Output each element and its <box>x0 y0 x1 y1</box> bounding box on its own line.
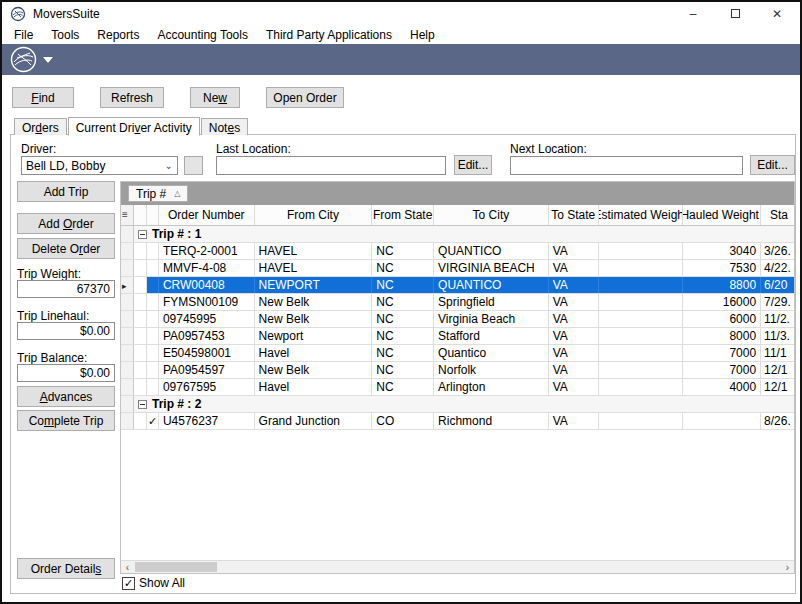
cell-from-state[interactable]: NC <box>372 362 434 378</box>
cell-to-city[interactable]: Stafford <box>434 328 549 344</box>
grid-row[interactable]: 09767595HavelNCArlingtonVA400012/1 <box>121 379 794 396</box>
find-button[interactable]: Find <box>12 87 74 108</box>
advances-button[interactable]: Advances <box>17 386 115 407</box>
cell-from-city[interactable]: Grand Junction <box>255 413 373 429</box>
cell-to-state[interactable]: VA <box>549 345 599 361</box>
cell-to-state[interactable]: VA <box>549 294 599 310</box>
column-header-from-city[interactable]: From City <box>255 205 373 225</box>
cell-start[interactable]: 3/26. <box>761 243 794 259</box>
cell-estimated-weight[interactable] <box>599 260 684 276</box>
tab-orders[interactable]: Orders <box>14 118 67 135</box>
minimize-button[interactable]: – <box>672 2 714 25</box>
trip-linehaul-field[interactable] <box>17 322 115 340</box>
refresh-button[interactable]: Refresh <box>100 87 164 108</box>
cell-to-city[interactable]: QUANTICO <box>434 243 549 259</box>
cell-estimated-weight[interactable] <box>599 328 684 344</box>
grid-row[interactable]: E504598001HavelNCQuanticoVA700011/1 <box>121 345 794 362</box>
show-all-checkbox[interactable]: ✓ Show All <box>122 576 185 590</box>
cell-to-city[interactable]: Virginia Beach <box>434 311 549 327</box>
close-button[interactable]: ✕ <box>756 2 798 25</box>
cell-order-number[interactable]: U4576237 <box>159 413 255 429</box>
cell-hauled-weight[interactable]: 6000 <box>683 311 761 327</box>
cell-hauled-weight[interactable]: 4000 <box>683 379 761 395</box>
cell-estimated-weight[interactable] <box>599 311 684 327</box>
cell-from-city[interactable]: Havel <box>255 379 373 395</box>
new-button[interactable]: New <box>190 87 240 108</box>
cell-estimated-weight[interactable] <box>599 362 684 378</box>
grid-row[interactable]: TERQ-2-0001HAVELNCQUANTICOVA30403/26. <box>121 243 794 260</box>
grid-row[interactable]: MMVF-4-08HAVELNCVIRGINIA BEACHVA75304/22… <box>121 260 794 277</box>
cell-start[interactable]: 6/20 <box>761 277 794 293</box>
group-row[interactable]: Trip # : 1 <box>121 226 794 243</box>
checkbox-box[interactable]: ✓ <box>122 577 135 590</box>
cell-order-number[interactable]: FYMSN00109 <box>159 294 255 310</box>
group-by-pill[interactable]: Trip # △ <box>128 185 188 202</box>
cell-order-number[interactable]: E504598001 <box>159 345 255 361</box>
cell-to-state[interactable]: VA <box>549 328 599 344</box>
cell-order-number[interactable]: 09745995 <box>159 311 255 327</box>
cell-hauled-weight[interactable]: 16000 <box>683 294 761 310</box>
cell-from-city[interactable]: HAVEL <box>255 243 373 259</box>
grid-row[interactable]: FYMSN00109New BelkNCSpringfieldVA160007/… <box>121 294 794 311</box>
edit-next-location-button[interactable]: Edit... <box>750 155 795 175</box>
cell-hauled-weight[interactable]: 7530 <box>683 260 761 276</box>
cell-start[interactable]: 11/1 <box>761 345 794 361</box>
cell-order-number[interactable]: TERQ-2-0001 <box>159 243 255 259</box>
column-header-hauled-weight[interactable]: Hauled Weight <box>683 205 761 225</box>
menu-help[interactable]: Help <box>401 26 444 44</box>
tab-notes[interactable]: Notes <box>201 118 248 135</box>
cell-hauled-weight[interactable]: 7000 <box>683 362 761 378</box>
column-header-order-number[interactable]: Order Number <box>159 205 255 225</box>
cell-from-state[interactable]: NC <box>372 243 434 259</box>
cell-hauled-weight[interactable]: 7000 <box>683 345 761 361</box>
menu-file[interactable]: File <box>5 26 42 44</box>
cell-to-state[interactable]: VA <box>549 311 599 327</box>
menu-accounting-tools[interactable]: Accounting Tools <box>148 26 257 44</box>
cell-estimated-weight[interactable] <box>599 413 684 429</box>
cell-hauled-weight[interactable]: 8800 <box>683 277 761 293</box>
cell-from-city[interactable]: New Belk <box>255 294 373 310</box>
cell-start[interactable]: 4/22. <box>761 260 794 276</box>
cell-from-city[interactable]: Newport <box>255 328 373 344</box>
cell-start[interactable]: 7/29. <box>761 294 794 310</box>
grid-row[interactable]: ✓U4576237Grand JunctionCORichmondVA8/26. <box>121 413 794 430</box>
group-row[interactable]: Trip # : 2 <box>121 396 794 413</box>
cell-to-state[interactable]: VA <box>549 362 599 378</box>
grid-row[interactable]: PA0957453NewportNCStaffordVA800011/3. <box>121 328 794 345</box>
cell-from-state[interactable]: NC <box>372 328 434 344</box>
logo-dropdown-icon[interactable] <box>43 57 53 63</box>
cell-start[interactable]: 12/1 <box>761 379 794 395</box>
cell-from-city[interactable]: Havel <box>255 345 373 361</box>
cell-estimated-weight[interactable] <box>599 243 684 259</box>
grid-row[interactable]: ▸CRW00408NEWPORTNCQUANTICOVA88006/20 <box>121 277 794 294</box>
scrollbar-thumb[interactable] <box>135 562 217 572</box>
column-header-estimated-weight[interactable]: Estimated Weight <box>599 205 684 225</box>
cell-to-state[interactable]: VA <box>549 413 599 429</box>
menu-third-party-applications[interactable]: Third Party Applications <box>257 26 401 44</box>
cell-estimated-weight[interactable] <box>599 379 684 395</box>
cell-estimated-weight[interactable] <box>599 294 684 310</box>
cell-start[interactable]: 11/3. <box>761 328 794 344</box>
menu-tools[interactable]: Tools <box>42 26 88 44</box>
cell-to-state[interactable]: VA <box>549 379 599 395</box>
cell-order-number[interactable]: 09767595 <box>159 379 255 395</box>
cell-to-city[interactable]: Springfield <box>434 294 549 310</box>
column-header-from-state[interactable]: From State <box>372 205 434 225</box>
grid-row[interactable]: 09745995New BelkNCVirginia BeachVA600011… <box>121 311 794 328</box>
cell-start[interactable]: 11/2. <box>761 311 794 327</box>
cell-hauled-weight[interactable]: 8000 <box>683 328 761 344</box>
tab-current-driver-activity[interactable]: Current Driver Activity <box>68 117 200 136</box>
cell-from-city[interactable]: New Belk <box>255 362 373 378</box>
next-location-input[interactable] <box>510 156 743 175</box>
cell-from-state[interactable]: NC <box>372 260 434 276</box>
moverssuite-logo-icon[interactable] <box>10 46 37 73</box>
cell-from-state[interactable]: CO <box>372 413 434 429</box>
order-details-button[interactable]: Order Details <box>17 558 115 579</box>
cell-start[interactable]: 8/26. <box>761 413 794 429</box>
add-order-button[interactable]: Add Order <box>17 213 115 234</box>
cell-order-number[interactable]: MMVF-4-08 <box>159 260 255 276</box>
cell-to-city[interactable]: Richmond <box>434 413 549 429</box>
cell-start[interactable]: 12/1 <box>761 362 794 378</box>
cell-from-city[interactable]: New Belk <box>255 311 373 327</box>
driver-lookup-button[interactable] <box>184 156 203 175</box>
